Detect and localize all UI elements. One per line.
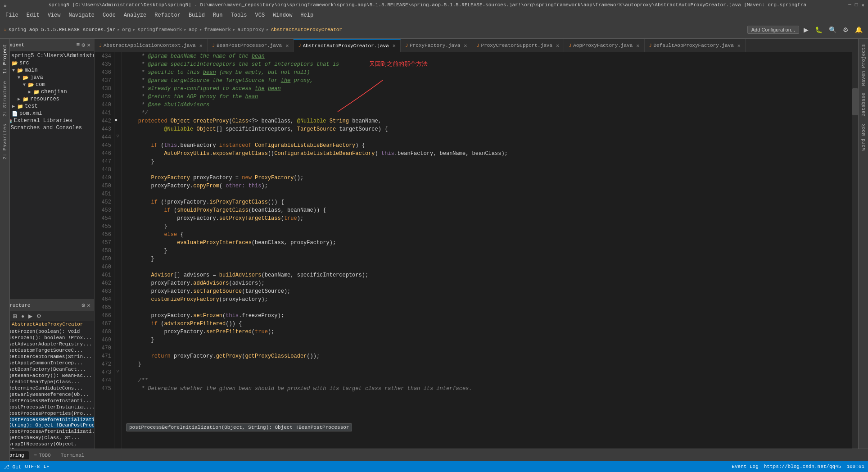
struct-getEarly[interactable]: ⬤ getEarlyBeanReference(Ob... [0, 391, 94, 398]
tree-item-pom[interactable]: ▶ 📄 pom.xml [0, 110, 94, 117]
title-bar-controls[interactable]: ─ □ ✕ [848, 2, 864, 8]
code-line-466: proxyFactory.setFrozen(this.freezeProxy)… [125, 312, 852, 320]
struct-postAfter[interactable]: ⬤ postProcessAfterInstantiat... [0, 404, 94, 410]
tree-item-main[interactable]: ▼ 📂 main [0, 67, 94, 74]
add-configuration-button[interactable]: Add Configuration... [747, 26, 799, 34]
bottom-tab-terminal[interactable]: Terminal [56, 451, 89, 459]
struct-item-class[interactable]: ▼ C AbstractAutoProxyCreator [0, 321, 94, 327]
struct-setAdvisor[interactable]: ⬤ setAdvisorAdapterRegistry... [0, 341, 94, 347]
structure-close-icon[interactable]: ✕ [87, 302, 90, 309]
menu-view[interactable]: View [44, 11, 64, 19]
tab-proxyfactory[interactable]: J ProxyFactory.java ✕ [401, 39, 472, 52]
struct-setBeanFactory[interactable]: ⬤ setBeanFactory(BeanFact... [0, 366, 94, 372]
tree-item-external[interactable]: ▶ 📚 External Libraries [0, 117, 94, 124]
menu-window[interactable]: Window [269, 11, 296, 19]
struct-setApply[interactable]: ⬤ setApplyCommonIntercep... [0, 360, 94, 366]
sidebar-settings-icon[interactable]: ⚙ [81, 41, 85, 49]
struct-setInterceptor[interactable]: ⬤ setInterceptorNames(Strin... [0, 354, 94, 360]
tree-item-test[interactable]: ▶ 📁 test [0, 103, 94, 110]
struct-btn-5[interactable]: ⚙ [35, 313, 43, 320]
gutter-449 [114, 174, 121, 182]
close-button[interactable]: ✕ [861, 2, 864, 8]
event-log-link[interactable]: Event Log [732, 464, 758, 469]
struct-postBeforeInit[interactable]: ⬤ postProcessBeforeInitialization(Object… [0, 417, 94, 428]
tab-beanpostprocessor[interactable]: J BeanPostProcessor.java ✕ [208, 39, 294, 52]
tab-aopproxyfactory[interactable]: J AopProxyFactory.java ✕ [564, 39, 644, 52]
tree-item-project[interactable]: ▼ 📁 spring5 C:\Users\Administrator [0, 52, 94, 59]
gutter-fold-473[interactable]: ▽ [114, 368, 121, 377]
struct-btn-4[interactable]: ▶ [27, 313, 34, 320]
tab-close-1[interactable]: ✕ [199, 42, 203, 49]
menu-edit[interactable]: Edit [23, 11, 43, 19]
left-tab-project[interactable]: 1: Project [1, 41, 9, 77]
scroll-hint[interactable] [852, 52, 858, 451]
code-text-area[interactable]: 又回到之前的那个方法 * @param beanName the name of… [122, 52, 852, 451]
menu-code[interactable]: Code [99, 11, 119, 19]
menu-navigate[interactable]: Navigate [65, 11, 98, 19]
struct-postProperties[interactable]: ⬤ postProcessProperties(Pro... [0, 410, 94, 417]
struct-determineCandidate[interactable]: ⬤ determineCandidateCons... [0, 385, 94, 391]
code-line-465 [125, 304, 852, 312]
tree-item-com[interactable]: ▼ 📂 com [0, 81, 94, 88]
struct-btn-2[interactable]: ⊞ [11, 313, 18, 320]
editor-scroll-area[interactable]: 434 435 436 437 438 439 440 441 442 443 … [95, 52, 858, 451]
sidebar-icons: ≡ ⚙ ✕ [77, 41, 90, 49]
tab-close-7[interactable]: ✕ [737, 42, 741, 49]
menu-analyze[interactable]: Analyze [120, 11, 150, 19]
struct-getBeanFactory[interactable]: ⬤ getBeanFactory(): BeanFac... [0, 372, 94, 379]
tab-abstractapplication[interactable]: J AbstractApplicationContext.java ✕ [95, 39, 208, 52]
tree-item-chenjian[interactable]: ▶ 📁 chenjian [0, 88, 94, 95]
tab-close-2[interactable]: ✕ [285, 42, 289, 49]
linenum-445: 445 [95, 141, 114, 150]
struct-isFrozen[interactable]: ⬤ isFrozen(): boolean !Prox... [0, 335, 94, 341]
menu-help[interactable]: Help [297, 11, 317, 19]
struct-btn-3[interactable]: ● [20, 313, 26, 320]
tree-item-java[interactable]: ▼ 📂 java [0, 74, 94, 81]
tab-defaultaopproxyfactory[interactable]: J DefaultAopProxyFactory.java ✕ [645, 39, 746, 52]
vtab-database[interactable]: Database [860, 89, 867, 120]
menu-refactor[interactable]: Refactor [151, 11, 184, 19]
tab-close-3[interactable]: ✕ [393, 42, 396, 49]
left-tab-favorites[interactable]: 2: Favorites [1, 120, 9, 163]
maximize-button[interactable]: □ [855, 2, 858, 8]
tree-item-scratches[interactable]: ▶ ✎ Scratches and Consoles [0, 124, 94, 132]
struct-predictBeanType[interactable]: ⬤ predictBeanType(Class... [0, 379, 94, 385]
code-line-434: * @param beanName the name of the bean [125, 52, 852, 60]
minimize-button[interactable]: ─ [848, 2, 851, 8]
sidebar-close-icon[interactable]: ✕ [87, 41, 90, 49]
struct-getCacheKey[interactable]: ⬤ getCacheKey(Class, St... [0, 435, 94, 441]
sidebar-collapse-icon[interactable]: ≡ [77, 41, 80, 49]
menu-build[interactable]: Build [185, 11, 208, 19]
struct-postBefore[interactable]: ⬤ postProcessBeforeInstanti... [0, 398, 94, 404]
debug-button[interactable]: 🐛 [813, 25, 824, 34]
search-button[interactable]: 🔍 [827, 25, 838, 34]
notifications-button[interactable]: 🔔 [853, 25, 864, 34]
tree-item-resources[interactable]: ▶ 📁 resources [0, 95, 94, 103]
code-line-457: evaluateProxyInterfaces(beanClass, proxy… [125, 239, 852, 247]
tab-abstractautoproxy[interactable]: J AbstractAutoProxyCreator.java ✕ [294, 39, 401, 52]
left-tab-structure[interactable]: 2: Structure [1, 77, 9, 120]
struct-postAfterInit[interactable]: ⬤ postProcessAfterInitializati... [0, 428, 94, 435]
linenum-441: 441 [95, 109, 114, 117]
vtab-word[interactable]: Word Book [860, 120, 867, 154]
menu-tools[interactable]: Tools [227, 11, 251, 19]
menu-file[interactable]: File [2, 11, 22, 19]
menu-vcs[interactable]: VCS [252, 11, 269, 19]
bottom-tab-todo[interactable]: ≡ TODO [30, 451, 55, 459]
tab-close-4[interactable]: ✕ [464, 42, 467, 49]
tab-proxycreatorsupport[interactable]: J ProxyCreatorSupport.java ✕ [472, 39, 565, 52]
gutter-475 [114, 385, 121, 393]
structure-toolbar: ⇅ ⊞ ● ▶ ⚙ [0, 311, 94, 321]
tab-close-6[interactable]: ✕ [636, 42, 639, 49]
run-button[interactable]: ▶ [802, 25, 810, 34]
structure-settings-icon[interactable]: ⚙ [81, 302, 85, 309]
linenum-462: 462 [95, 279, 114, 287]
gutter-fold-444[interactable]: ▽ [114, 133, 121, 141]
struct-setCustom[interactable]: ⬤ setCustomTargetSourceC... [0, 347, 94, 354]
struct-setFrozen[interactable]: ⬤ setFrozen(boolean): void [0, 328, 94, 335]
tab-close-5[interactable]: ✕ [556, 42, 559, 49]
tree-item-src[interactable]: ▼ 📂 src [0, 59, 94, 67]
settings-button[interactable]: ⚙ [841, 25, 850, 34]
menu-run[interactable]: Run [209, 11, 226, 19]
vtab-maven[interactable]: Maven Projects [860, 41, 867, 89]
